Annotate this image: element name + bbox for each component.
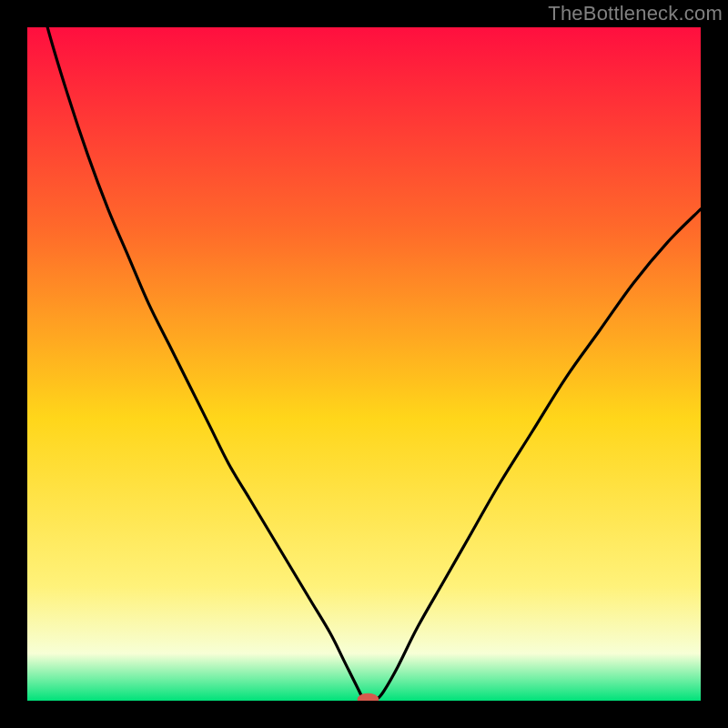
optimum-marker	[358, 693, 379, 705]
chart-frame: { "watermark": "TheBottleneck.com", "col…	[0, 0, 728, 728]
watermark-text: TheBottleneck.com	[548, 2, 723, 25]
plot-background	[27, 27, 701, 701]
bottleneck-chart	[0, 0, 728, 728]
